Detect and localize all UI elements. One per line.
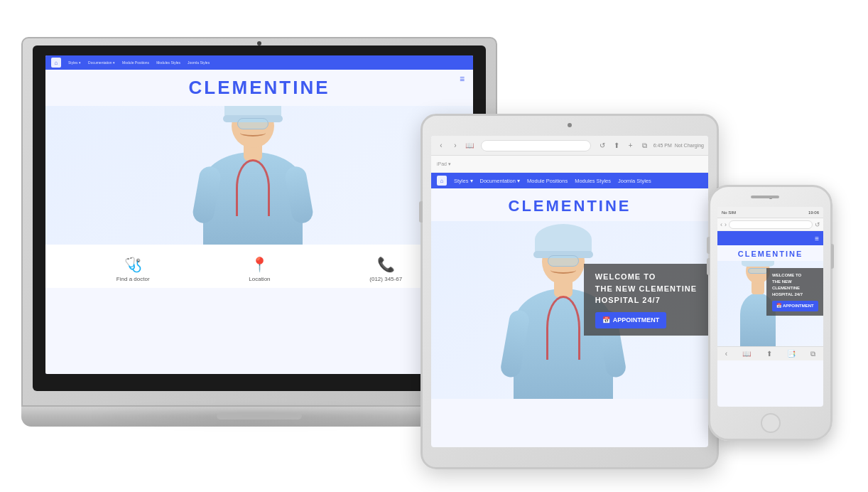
tablet-site-title: CLEMENTINE (431, 188, 708, 221)
tablet-banner-line2: THE NEW CLEMENTINE (595, 283, 697, 295)
tablet-frame: ‹ › 📖 ↺ ⬆ + ⧉ 6:45 PM Not Charging iPad … (421, 114, 719, 469)
phone-bottom-tabs[interactable]: 📑 (787, 350, 796, 358)
phone-vol-up-btn (707, 237, 710, 254)
phone-url-bar[interactable] (729, 220, 813, 229)
laptop-body-content: ≡ CLEMENTINE (45, 70, 473, 288)
tablet-device-label: iPad ▾ (437, 161, 451, 167)
phone-reload-btn[interactable]: ↺ (815, 221, 820, 228)
tab-tabs-btn[interactable]: ⧉ (639, 141, 651, 150)
phone-appointment-btn[interactable]: 📅 APPOINTMENT (772, 301, 818, 311)
phone-banner-line3: CLEMENTINE (772, 285, 818, 292)
scene: ⌂ Styles ▾ Documentation ▾ Module Positi… (0, 0, 868, 492)
phone-device: No SIM 19:06 ‹ › ↺ ≡ CLEMENTINE (708, 185, 832, 441)
phone-status-bar: No SIM 19:06 (717, 207, 823, 218)
phone-fwd-btn[interactable]: › (725, 221, 727, 228)
phone-banner-line2: THE NEW (772, 279, 818, 285)
tab-url-bar[interactable] (481, 140, 591, 151)
calendar-icon: 📅 (602, 316, 610, 326)
laptop-bezel: ⌂ Styles ▾ Documentation ▾ Module Positi… (33, 46, 486, 391)
hamburger-menu-icon[interactable]: ≡ (460, 74, 465, 84)
tablet-appointment-btn[interactable]: 📅 APPOINTMENT (595, 312, 667, 329)
phone-bottom-book[interactable]: 📖 (742, 350, 751, 358)
phone-item[interactable]: 📞 (012) 345-67 (369, 256, 402, 282)
tab-fwd-btn[interactable]: › (450, 141, 461, 149)
tablet-navbar: ⌂ Styles ▾ Documentation ▾ Module Positi… (431, 173, 708, 188)
tab-share-btn[interactable]: ⬆ (611, 141, 622, 149)
nav-joomla-styles[interactable]: Joomla Styles (188, 60, 210, 65)
tablet-browser-bar2: iPad ▾ (431, 156, 708, 173)
phone-bottom-more[interactable]: ⧉ (810, 350, 815, 358)
tab-add-btn[interactable]: + (625, 141, 636, 149)
tablet-banner-line3: HOSPITAL 24/7 (595, 294, 697, 306)
laptop-site-title: CLEMENTINE (45, 77, 473, 99)
location-icon: 📍 (251, 256, 268, 273)
tab-book-btn[interactable]: 📖 (464, 141, 475, 149)
phone-bottom-back[interactable]: ‹ (725, 350, 727, 358)
stethoscope-icon: 🩺 (124, 256, 142, 273)
laptop-navbar: ⌂ Styles ▾ Documentation ▾ Module Positi… (45, 55, 473, 70)
tablet-nav-module-pos[interactable]: Module Positions (527, 178, 568, 184)
nav-module-pos[interactable]: Module Positions (122, 60, 149, 65)
location-item[interactable]: 📍 Location (249, 256, 270, 282)
tablet-browser-bar: ‹ › 📖 ↺ ⬆ + ⧉ 6:45 PM Not Charging (431, 136, 708, 156)
phone-power-btn (831, 244, 834, 269)
tablet-camera (568, 123, 572, 127)
nav-styles[interactable]: Styles ▾ (68, 60, 81, 65)
phone-calendar-icon: 📅 (776, 303, 781, 309)
tablet-time: 6:45 PM (653, 143, 672, 148)
tab-reload-btn[interactable]: ↺ (597, 141, 608, 149)
phone-home-button[interactable] (761, 413, 781, 433)
laptop-screen: ⌂ Styles ▾ Documentation ▾ Module Positi… (45, 55, 473, 374)
laptop-hero-section: THE NE (45, 106, 473, 245)
location-label: Location (249, 276, 270, 282)
laptop-icon-row: 🩺 Find a doctor 📍 Location 📞 (012) 345-6… (45, 245, 473, 288)
phone-browser-bar: ‹ › ↺ (717, 218, 823, 231)
find-doctor-label: Find a doctor (116, 276, 150, 282)
tablet-banner-line1: WELCOME TO (595, 271, 697, 283)
phone-icon: 📞 (377, 256, 395, 273)
phone-banner-line1: WELCOME TO (772, 272, 818, 279)
find-doctor-item[interactable]: 🩺 Find a doctor (116, 256, 150, 282)
tablet-volume-btn (419, 201, 423, 223)
phone-bottom-bar: ‹ 📖 ⬆ 📑 ⧉ (717, 346, 823, 360)
phone-hero-section: WELCOME TO THE NEW CLEMENTINE HOSPITAL 2… (717, 261, 823, 346)
tablet-nav-home[interactable]: ⌂ (437, 176, 447, 186)
phone-label: (012) 345-67 (369, 276, 402, 282)
phone-site-title: CLEMENTINE (717, 245, 823, 261)
tablet-nav-docs[interactable]: Documentation ▾ (480, 178, 521, 184)
tablet-hero-section: WELCOME TO THE NEW CLEMENTINE HOSPITAL 2… (431, 221, 708, 399)
tablet-body-content: CLEMENTINE (431, 188, 708, 399)
phone-vol-down-btn (707, 258, 710, 275)
tablet-charging: Not Charging (675, 143, 704, 148)
tablet-screen: ‹ › 📖 ↺ ⬆ + ⧉ 6:45 PM Not Charging iPad … (431, 136, 708, 447)
phone-hamburger-icon[interactable]: ≡ (815, 235, 819, 242)
nav-modules-styles[interactable]: Modules Styles (156, 60, 180, 65)
phone-back-btn[interactable]: ‹ (720, 221, 722, 228)
tablet-device: ‹ › 📖 ↺ ⬆ + ⧉ 6:45 PM Not Charging iPad … (421, 114, 719, 469)
tablet-hero-banner: WELCOME TO THE NEW CLEMENTINE HOSPITAL 2… (584, 264, 708, 336)
phone-bottom-share[interactable]: ⬆ (766, 350, 772, 358)
phone-carrier: No SIM (722, 210, 736, 215)
phone-time: 19:06 (808, 210, 819, 215)
phone-speaker (751, 196, 779, 198)
tablet-nav-modules[interactable]: Modules Styles (575, 178, 611, 184)
phone-frame: No SIM 19:06 ‹ › ↺ ≡ CLEMENTINE (708, 185, 832, 441)
tablet-nav-joomla[interactable]: Joomla Styles (618, 178, 651, 184)
laptop-shadow (78, 409, 433, 423)
phone-navbar: ≡ (717, 231, 823, 245)
nav-home-icon[interactable]: ⌂ (51, 58, 61, 68)
phone-hero-banner: WELCOME TO THE NEW CLEMENTINE HOSPITAL 2… (766, 268, 823, 316)
phone-screen: No SIM 19:06 ‹ › ↺ ≡ CLEMENTINE (717, 207, 823, 407)
tablet-nav-styles[interactable]: Styles ▾ (454, 178, 473, 184)
nav-docs[interactable]: Documentation ▾ (88, 60, 115, 65)
phone-banner-line4: HOSPITAL 24/7 (772, 292, 818, 298)
tab-back-btn[interactable]: ‹ (435, 141, 447, 149)
